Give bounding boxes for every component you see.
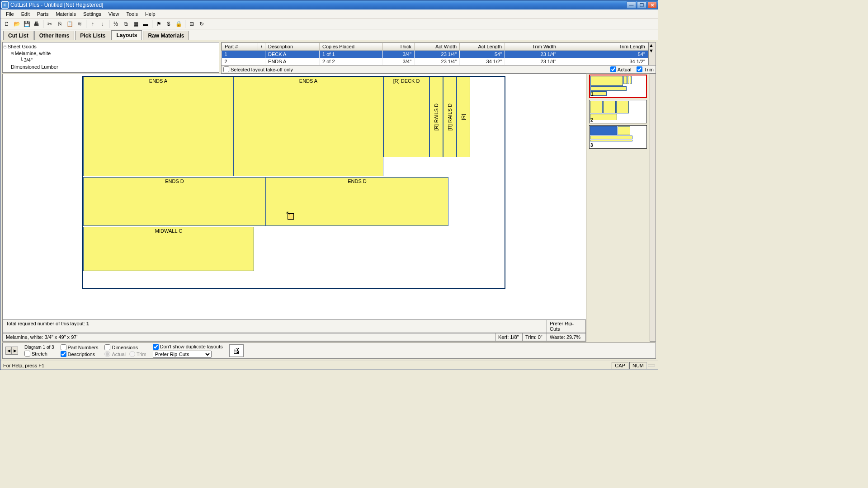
close-button[interactable]: ✕ — [647, 1, 657, 9]
columns-icon[interactable]: ⧉ — [121, 19, 130, 28]
thumbnail-3[interactable]: 3 — [589, 125, 647, 149]
status-num: NUM — [629, 362, 647, 369]
col-actwidth[interactable]: Act Width — [415, 43, 460, 51]
material-size: Melamine, white: 3/4" x 49" x 97" — [3, 333, 495, 341]
thumbnail-1[interactable]: 1 — [589, 75, 647, 98]
col-actlength[interactable]: Act Length — [460, 43, 505, 51]
layout-scrollbar[interactable] — [650, 74, 656, 342]
grid-scrollbar[interactable]: ▲▼ — [649, 42, 656, 66]
prefer-cuts: Prefer Rip-Cuts — [547, 320, 586, 333]
refresh-icon[interactable]: ↻ — [197, 19, 206, 28]
tree-thickness[interactable]: └3/4" — [4, 57, 218, 64]
actual-radio[interactable]: Actual — [104, 351, 126, 357]
col-trimwidth[interactable]: Trim Width — [505, 43, 559, 51]
tab-rawmaterials[interactable]: Raw Materials — [143, 31, 189, 40]
sheet-outline: ENDS A ENDS A [R] DECK D [R] RAILS D [R]… — [82, 76, 505, 289]
material-tree[interactable]: ⊟Sheet Goods ⊟Melamine, white └3/4" Dime… — [2, 42, 219, 73]
status-cap: CAP — [612, 362, 628, 369]
tree-icon[interactable]: ⊟ — [187, 19, 196, 28]
maximize-button[interactable]: ❐ — [637, 1, 646, 9]
separator — [152, 20, 152, 28]
tab-cutlist[interactable]: Cut List — [3, 31, 33, 40]
col-copies[interactable]: Copies Placed — [320, 43, 383, 51]
paste-icon[interactable]: 📋 — [65, 19, 74, 28]
copy-icon[interactable]: ⎘ — [55, 19, 64, 28]
menu-file[interactable]: File — [2, 10, 18, 18]
part-ends-d-2[interactable]: ENDS D — [266, 177, 448, 226]
tab-picklists[interactable]: Pick Lists — [75, 31, 110, 40]
prev-diagram-button[interactable]: ◀ — [5, 347, 12, 355]
menu-help[interactable]: Help — [142, 10, 159, 18]
takeoff-checkbox[interactable]: Selected layout take-off only — [223, 66, 293, 72]
layout-info: Total required number of this layout: 1 … — [3, 319, 586, 341]
col-sort[interactable]: / — [258, 43, 265, 51]
print-button[interactable]: 🖨 — [229, 344, 244, 357]
tab-layouts[interactable]: Layouts — [111, 30, 142, 40]
stretch-checkbox[interactable]: Stretch — [24, 351, 54, 357]
new-icon[interactable]: 🗋 — [2, 19, 11, 28]
partnumbers-checkbox[interactable]: Part Numbers — [61, 344, 99, 350]
part-ends-a-2[interactable]: ENDS A — [233, 77, 383, 176]
brush-icon[interactable]: ≋ — [75, 19, 84, 28]
part-midwall-c[interactable]: MIDWALL C — [83, 227, 254, 271]
grid-icon[interactable]: ▦ — [131, 19, 140, 28]
actual-checkbox[interactable]: Actual — [610, 66, 632, 72]
col-partnum[interactable]: Part # — [222, 43, 258, 51]
part-ends-d-1[interactable]: ENDS D — [83, 177, 266, 226]
layout-canvas[interactable]: ENDS A ENDS A [R] DECK D [R] RAILS D [R]… — [2, 74, 586, 342]
down-icon[interactable]: ↓ — [98, 19, 107, 28]
separator — [109, 20, 109, 28]
menu-materials[interactable]: Materials — [52, 10, 80, 18]
next-diagram-button[interactable]: ▶ — [12, 347, 18, 355]
tree-sheet-goods[interactable]: ⊟Sheet Goods — [4, 43, 218, 50]
parts-grid[interactable]: Part # / Description Copies Placed Thick… — [221, 42, 649, 66]
col-trimlength[interactable]: Trim Length — [559, 43, 648, 51]
part-rails-d-1[interactable]: [R] RAILS D — [429, 77, 443, 157]
menu-parts[interactable]: Parts — [33, 10, 52, 18]
menu-tools[interactable]: Tools — [123, 10, 142, 18]
table-row[interactable]: 1 DECK A 1 of 1 3/4" 23 1/4" 54" 23 1/4"… — [222, 51, 648, 58]
table-row[interactable]: 2 ENDS A 2 of 2 3/4" 23 1/4" 34 1/2" 23 … — [222, 58, 648, 65]
col-desc[interactable]: Description — [265, 43, 320, 51]
status-help: For Help, press F1 — [3, 363, 611, 368]
parts-grid-wrap: Part # / Description Copies Placed Thick… — [221, 42, 656, 73]
tree-lumber[interactable]: Dimensioned Lumber — [4, 64, 218, 70]
separator — [43, 20, 43, 28]
trim-value: Trim: 0" — [523, 333, 547, 341]
menu-settings[interactable]: Settings — [80, 10, 105, 18]
prefer-cuts-select[interactable]: Prefer Rip-Cuts — [153, 351, 212, 358]
flag-icon[interactable]: ⚑ — [154, 19, 163, 28]
trim-checkbox[interactable]: Trim — [637, 66, 654, 72]
numbers-icon[interactable]: ½ — [111, 19, 120, 28]
minimize-button[interactable]: — — [627, 1, 636, 9]
window-title: CutList Plus - Untitled [Not Registered] — [10, 2, 626, 8]
resize-grip-icon[interactable] — [648, 365, 655, 366]
waste-value: Waste: 29.7% — [547, 333, 586, 341]
part-rails-d-2[interactable]: [R] RAILS D — [443, 77, 457, 157]
thumbnail-2[interactable]: 2 — [589, 100, 647, 123]
col-thick[interactable]: Thick — [383, 43, 415, 51]
dimensions-checkbox[interactable]: Dimensions — [104, 344, 146, 350]
menu-view[interactable]: View — [105, 10, 123, 18]
part-rails-short[interactable]: [R] — [457, 77, 470, 157]
print-icon[interactable]: 🖶 — [32, 19, 41, 28]
no-duplicates-checkbox[interactable]: Don't show duplicate layouts — [153, 344, 223, 350]
upper-panel: ⊟Sheet Goods ⊟Melamine, white └3/4" Dime… — [2, 42, 656, 73]
save-icon[interactable]: 💾 — [22, 19, 31, 28]
open-icon[interactable]: 📂 — [12, 19, 21, 28]
part-deck-d[interactable]: [R] DECK D — [383, 77, 429, 157]
dollar-icon[interactable]: $ — [164, 19, 173, 28]
descriptions-checkbox[interactable]: Descriptions — [61, 351, 99, 357]
tabbar: Cut List Other Items Pick Lists Layouts … — [0, 29, 658, 40]
material-icon[interactable]: ▬ — [141, 19, 150, 28]
separator — [185, 20, 185, 28]
trim-radio[interactable]: Trim — [129, 351, 146, 357]
lock-icon[interactable]: 🔒 — [174, 19, 183, 28]
cut-icon[interactable]: ✂ — [45, 19, 54, 28]
diagram-counter: Diagram 1 of 3 — [24, 345, 54, 350]
tree-melamine[interactable]: ⊟Melamine, white — [4, 50, 218, 57]
menu-edit[interactable]: Edit — [18, 10, 33, 18]
tab-otheritems[interactable]: Other Items — [34, 31, 75, 40]
up-icon[interactable]: ↑ — [88, 19, 97, 28]
part-ends-a-1[interactable]: ENDS A — [83, 77, 233, 176]
